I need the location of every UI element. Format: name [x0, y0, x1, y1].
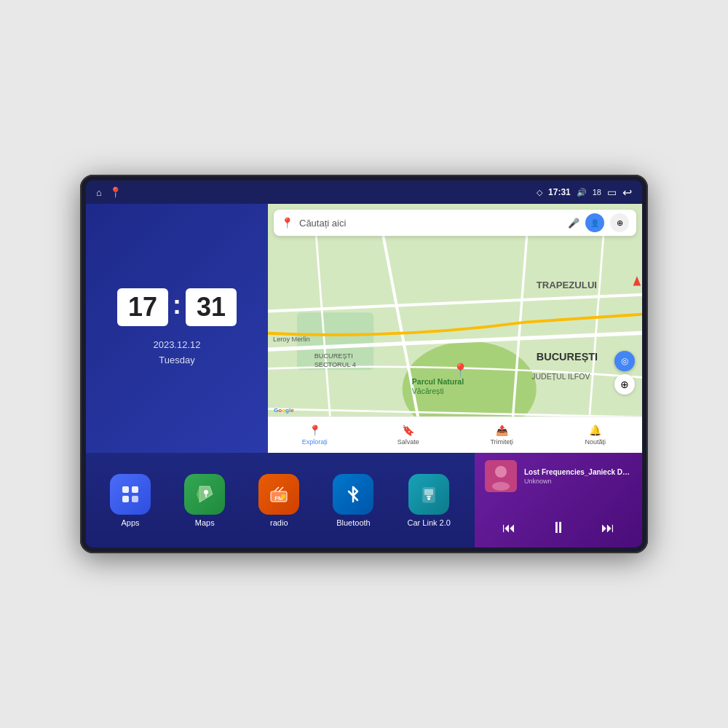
svg-text:Văcărești: Văcărești — [412, 387, 444, 395]
clock-display: 17 : 31 — [117, 288, 237, 326]
svg-text:BUCUREȘTI: BUCUREȘTI — [537, 351, 598, 363]
saved-label: Salvate — [397, 438, 419, 446]
google-maps-pin-icon: 📍 — [281, 217, 293, 229]
svg-marker-25 — [197, 486, 199, 502]
app-item-apps[interactable]: Apps — [110, 474, 151, 527]
bluetooth-icon — [333, 474, 373, 515]
clock-widget: 17 : 31 2023.12.12 Tuesday — [86, 204, 268, 453]
svg-rect-34 — [424, 489, 433, 495]
apps-icon — [110, 474, 151, 515]
radio-label: radio — [270, 518, 288, 527]
maps-status-icon[interactable]: 📍 — [109, 186, 122, 198]
svg-text:JUDEȚUL ILFOV: JUDEȚUL ILFOV — [531, 372, 590, 381]
map-search-actions: 🎤 👤 ⊕ — [568, 213, 629, 232]
svg-text:TRAPEZULUI: TRAPEZULUI — [537, 280, 597, 290]
user-avatar[interactable]: 👤 — [585, 213, 604, 232]
music-player: Lost Frequencies_Janieck Devy-... Unknow… — [475, 453, 642, 547]
svg-text:📍: 📍 — [452, 362, 469, 379]
main-area: 17 : 31 2023.12.12 Tuesday — [86, 204, 642, 547]
map-background: TRAPEZULUI BUCUREȘTI JUDEȚUL ILFOV BERCE… — [268, 204, 642, 453]
bottom-section: Apps Maps — [86, 453, 642, 547]
status-bar-right: ◇ 17:31 🔊 18 ▭ ↩ — [537, 186, 632, 199]
recenter-button[interactable]: ◎ — [614, 351, 635, 371]
news-icon: 🔔 — [589, 424, 601, 436]
svg-rect-23 — [132, 496, 138, 502]
carlink-icon — [408, 474, 449, 515]
send-icon: 📤 — [496, 424, 508, 436]
music-title: Lost Frequencies_Janieck Devy-... — [524, 468, 632, 476]
clock-date: 2023.12.12 Tuesday — [153, 338, 200, 368]
battery-icon: ▭ — [607, 186, 617, 198]
explore-icon: 📍 — [309, 424, 321, 436]
device-screen: ⌂ 📍 ◇ 17:31 🔊 18 ▭ ↩ 17 : 31 — [86, 181, 642, 547]
svg-text:SECTORUL 4: SECTORUL 4 — [314, 361, 356, 368]
svg-text:Leroy Merlin: Leroy Merlin — [273, 336, 310, 343]
app-item-maps[interactable]: Maps — [184, 474, 225, 527]
app-item-radio[interactable]: FM radio — [258, 474, 299, 527]
explore-label: Explorați — [302, 438, 328, 446]
layers-icon[interactable]: ⊕ — [610, 213, 629, 232]
map-search-text[interactable]: Căutați aici — [299, 218, 562, 229]
clock-hour: 17 — [117, 288, 168, 326]
svg-text:Parcul Natural: Parcul Natural — [412, 377, 464, 386]
home-icon[interactable]: ⌂ — [96, 187, 102, 198]
app-item-bluetooth[interactable]: Bluetooth — [333, 474, 373, 527]
map-bottom-bar: 📍 Explorați 🔖 Salvate 📤 Trimiteți � — [268, 416, 642, 453]
send-label: Trimiteți — [490, 438, 513, 446]
map-nav-explore[interactable]: 📍 Explorați — [268, 424, 362, 446]
google-logo: Google — [274, 407, 294, 414]
app-item-carlink[interactable]: Car Link 2.0 — [408, 474, 451, 527]
apps-label: Apps — [122, 518, 140, 527]
clock-colon: : — [173, 290, 181, 320]
maps-icon — [184, 474, 225, 515]
svg-line-32 — [279, 487, 283, 491]
next-button[interactable]: ⏭ — [596, 518, 620, 539]
svg-point-30 — [281, 494, 285, 499]
map-nav-saved[interactable]: 🔖 Salvate — [362, 424, 456, 446]
svg-point-39 — [492, 482, 510, 491]
svg-rect-20 — [122, 486, 129, 493]
svg-rect-21 — [132, 486, 138, 493]
location-icon: ◇ — [537, 188, 542, 197]
svg-text:BUCUREȘTI: BUCUREȘTI — [314, 352, 353, 360]
music-text: Lost Frequencies_Janieck Devy-... Unknow… — [524, 468, 632, 485]
svg-point-38 — [495, 466, 507, 478]
svg-rect-36 — [427, 496, 431, 497]
svg-line-3 — [268, 293, 642, 312]
news-label: Noutăți — [585, 438, 606, 446]
map-nav-news[interactable]: 🔔 Noutăți — [549, 424, 643, 446]
music-artist: Unknown — [524, 478, 632, 485]
map-widget[interactable]: TRAPEZULUI BUCUREȘTI JUDEȚUL ILFOV BERCE… — [268, 204, 642, 453]
saved-icon: 🔖 — [402, 424, 414, 436]
status-time: 17:31 — [548, 187, 571, 197]
compass-button[interactable]: ⊕ — [614, 374, 635, 395]
battery-level: 18 — [593, 188, 601, 197]
top-section: 17 : 31 2023.12.12 Tuesday — [86, 204, 642, 453]
radio-icon: FM — [258, 474, 299, 515]
svg-rect-22 — [122, 496, 129, 502]
device-frame: ⌂ 📍 ◇ 17:31 🔊 18 ▭ ↩ 17 : 31 — [80, 175, 648, 553]
volume-icon: 🔊 — [577, 188, 587, 197]
map-search-bar[interactable]: 📍 Căutați aici 🎤 👤 ⊕ — [274, 210, 636, 236]
svg-marker-19 — [633, 276, 641, 285]
svg-line-31 — [274, 487, 279, 491]
clock-minute: 31 — [186, 288, 237, 326]
app-launcher: Apps Maps — [86, 453, 475, 547]
maps-label: Maps — [195, 518, 215, 527]
status-bar-left: ⌂ 📍 — [96, 186, 122, 198]
carlink-label: Car Link 2.0 — [408, 518, 451, 527]
music-info: Lost Frequencies_Janieck Devy-... Unknow… — [485, 460, 632, 492]
music-thumbnail — [485, 460, 517, 492]
mic-icon[interactable]: 🎤 — [568, 218, 579, 229]
status-bar: ⌂ 📍 ◇ 17:31 🔊 18 ▭ ↩ — [86, 181, 642, 204]
svg-point-35 — [427, 497, 430, 500]
back-icon[interactable]: ↩ — [622, 186, 632, 199]
music-controls: ⏮ ⏸ ⏭ — [485, 515, 632, 540]
prev-button[interactable]: ⏮ — [496, 518, 521, 539]
map-nav-send[interactable]: 📤 Trimiteți — [455, 424, 549, 446]
bluetooth-label: Bluetooth — [336, 518, 370, 527]
play-pause-button[interactable]: ⏸ — [545, 515, 572, 540]
